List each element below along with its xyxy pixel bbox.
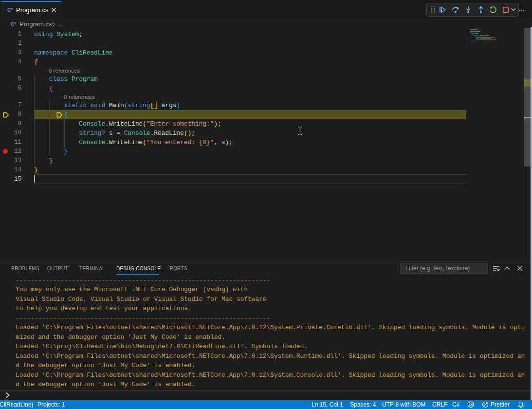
svg-text:C#: C# bbox=[469, 403, 473, 406]
